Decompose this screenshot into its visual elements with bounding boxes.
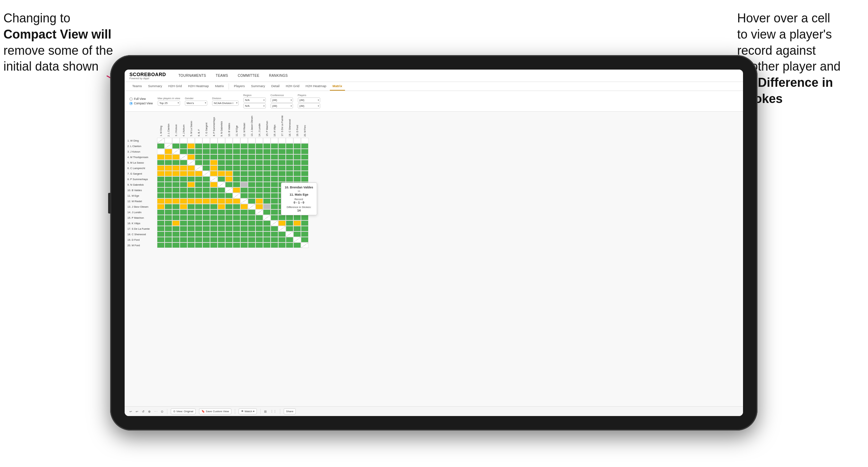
sub-tab-h2h-heatmap-left[interactable]: H2H Heatmap [185,82,211,91]
gender-select-wrap[interactable]: Men's [185,101,207,106]
region-select-1[interactable]: N/A [243,97,266,103]
matrix-cell-18-16[interactable] [278,237,286,242]
matrix-cell-1-18[interactable] [293,143,301,149]
matrix-cell-10-15[interactable] [271,193,278,198]
matrix-cell-5-14[interactable] [263,165,271,171]
matrix-cell-18-6[interactable] [202,237,210,242]
matrix-cell-9-6[interactable] [202,187,210,193]
matrix-cell-4-2[interactable] [172,160,180,165]
matrix-cell-11-7[interactable] [210,198,218,204]
matrix-cell-3-8[interactable] [218,154,225,160]
matrix-cell-1-9[interactable] [225,143,233,149]
matrix-cell-12-15[interactable] [271,204,278,209]
matrix-cell-5-6[interactable] [202,165,210,171]
matrix-cell-7-16[interactable] [278,176,286,182]
matrix-cell-9-13[interactable] [255,187,263,193]
matrix-cell-15-1[interactable] [165,220,172,226]
matrix-cell-11-15[interactable] [271,198,278,204]
division-select-wrap[interactable]: NCAA Division I [212,101,238,106]
matrix-cell-0-6[interactable] [202,138,210,143]
matrix-cell-5-8[interactable] [218,165,225,171]
matrix-cell-5-12[interactable] [248,165,255,171]
matrix-cell-8-2[interactable] [172,182,180,187]
reset-icon[interactable]: ↺ [142,410,145,413]
undo-icon[interactable]: ↩ [129,410,132,413]
matrix-cell-3-5[interactable] [195,154,202,160]
matrix-cell-3-17[interactable] [286,154,293,160]
matrix-cell-11-1[interactable] [165,198,172,204]
matrix-cell-0-14[interactable] [263,138,271,143]
matrix-cell-18-8[interactable] [218,237,225,242]
region-select-wrap-2[interactable]: N/A [243,103,266,108]
matrix-cell-6-17[interactable] [286,171,293,176]
matrix-cell-2-12[interactable] [248,149,255,154]
matrix-cell-8-4[interactable] [187,182,195,187]
matrix-cell-8-14[interactable] [263,182,271,187]
matrix-cell-18-9[interactable] [225,237,233,242]
matrix-cell-10-0[interactable] [157,193,165,198]
matrix-cell-19-12[interactable] [248,242,255,248]
matrix-cell-1-16[interactable] [278,143,286,149]
zoom-icon[interactable]: ⊕ [148,410,151,413]
matrix-cell-4-7[interactable] [210,160,218,165]
matrix-cell-4-9[interactable] [225,160,233,165]
matrix-cell-18-0[interactable] [157,237,165,242]
matrix-cell-1-11[interactable] [240,143,248,149]
matrix-cell-13-15[interactable] [271,209,278,215]
matrix-cell-16-9[interactable] [225,226,233,231]
matrix-cell-2-17[interactable] [286,149,293,154]
matrix-cell-6-8[interactable] [218,171,225,176]
matrix-cell-11-4[interactable] [187,198,195,204]
matrix-cell-13-2[interactable] [172,209,180,215]
matrix-cell-17-13[interactable] [255,231,263,237]
matrix-cell-19-17[interactable] [286,242,293,248]
matrix-cell-19-14[interactable] [263,242,271,248]
matrix-cell-10-10[interactable] [233,193,240,198]
matrix-cell-5-18[interactable] [293,165,301,171]
matrix-cell-11-6[interactable] [202,198,210,204]
matrix-cell-14-2[interactable] [172,215,180,220]
matrix-cell-6-3[interactable] [180,171,187,176]
matrix-cell-16-16[interactable] [278,226,286,231]
sub-tab-h2h-grid-left[interactable]: H2H Grid [166,82,185,91]
matrix-cell-17-10[interactable] [233,231,240,237]
matrix-cell-5-0[interactable] [157,165,165,171]
matrix-cell-13-11[interactable] [240,209,248,215]
matrix-cell-13-3[interactable] [180,209,187,215]
matrix-cell-10-12[interactable] [248,193,255,198]
matrix-cell-1-2[interactable] [172,143,180,149]
matrix-cell-16-2[interactable] [172,226,180,231]
matrix-cell-5-13[interactable] [255,165,263,171]
matrix-cell-0-9[interactable] [225,138,233,143]
matrix-cell-11-5[interactable] [195,198,202,204]
players-select-wrap-1[interactable]: (All) [298,97,320,103]
matrix-cell-18-4[interactable] [187,237,195,242]
matrix-cell-14-7[interactable] [210,215,218,220]
matrix-cell-6-2[interactable] [172,171,180,176]
matrix-cell-8-13[interactable] [255,182,263,187]
matrix-cell-14-12[interactable] [248,215,255,220]
compact-view-radio[interactable] [129,102,133,105]
matrix-cell-7-19[interactable] [301,176,308,182]
matrix-cell-4-14[interactable] [263,160,271,165]
matrix-cell-15-6[interactable] [202,220,210,226]
matrix-cell-2-16[interactable] [278,149,286,154]
matrix-cell-16-6[interactable] [202,226,210,231]
matrix-cell-10-9[interactable] [225,193,233,198]
matrix-cell-8-15[interactable] [271,182,278,187]
matrix-cell-14-16[interactable] [278,215,286,220]
matrix-cell-17-5[interactable] [195,231,202,237]
matrix-cell-10-3[interactable] [180,193,187,198]
matrix-cell-11-9[interactable] [225,198,233,204]
matrix-cell-9-3[interactable] [180,187,187,193]
matrix-cell-6-13[interactable] [255,171,263,176]
matrix-cell-0-13[interactable] [255,138,263,143]
matrix-cell-19-19[interactable] [301,242,308,248]
matrix-cell-2-11[interactable] [240,149,248,154]
matrix-cell-15-7[interactable] [210,220,218,226]
matrix-cell-9-12[interactable] [248,187,255,193]
matrix-cell-6-5[interactable] [195,171,202,176]
matrix-cell-14-1[interactable] [165,215,172,220]
matrix-cell-19-3[interactable] [180,242,187,248]
matrix-cell-19-13[interactable] [255,242,263,248]
